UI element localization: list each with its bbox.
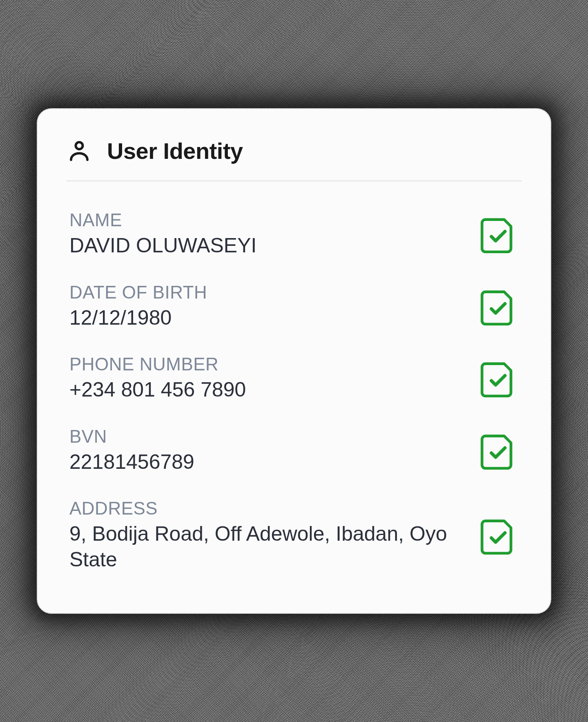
field-text: DATE OF BIRTH 12/12/1980 [69,282,461,331]
field-value: 12/12/1980 [69,305,461,331]
field-text: NAME DAVID OLUWASEYI [69,210,461,258]
field-row-address: ADDRESS 9, Bodija Road, Off Adewole, Iba… [69,498,519,572]
user-identity-card: User Identity NAME DAVID OLUWASEYI DATE … [37,108,551,614]
field-value: 9, Bodija Road, Off Adewole, Ibadan, Oyo… [69,521,461,572]
field-row-dob: DATE OF BIRTH 12/12/1980 [69,282,519,331]
field-value: 22181456789 [69,449,461,475]
verified-document-icon [478,286,519,327]
verified-document-icon [478,515,519,556]
field-label: ADDRESS [69,498,461,519]
field-label: NAME [69,210,461,230]
field-value: DAVID OLUWASEYI [69,233,461,258]
field-row-name: NAME DAVID OLUWASEYI [69,210,519,258]
svg-point-0 [76,142,82,149]
fields-list: NAME DAVID OLUWASEYI DATE OF BIRTH 12/12… [66,210,522,572]
verified-document-icon [478,214,519,254]
verified-document-icon [478,430,519,471]
person-icon [66,138,92,164]
field-text: PHONE NUMBER +234 801 456 7890 [69,354,461,403]
field-row-bvn: BVN 22181456789 [69,426,519,475]
field-label: PHONE NUMBER [69,354,461,374]
field-text: ADDRESS 9, Bodija Road, Off Adewole, Iba… [69,498,461,572]
field-label: DATE OF BIRTH [69,282,461,303]
card-title: User Identity [107,138,243,164]
field-label: BVN [69,426,461,447]
field-text: BVN 22181456789 [69,426,461,475]
field-value: +234 801 456 7890 [69,377,461,403]
verified-document-icon [478,358,519,399]
field-row-phone: PHONE NUMBER +234 801 456 7890 [69,354,519,403]
card-header: User Identity [66,138,522,181]
